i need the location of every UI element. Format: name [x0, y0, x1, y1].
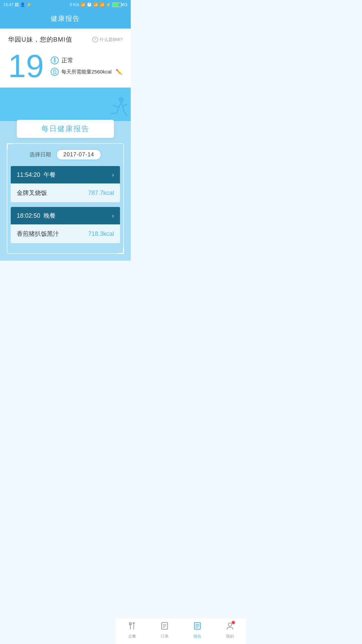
svg-rect-7: [54, 69, 55, 70]
bmi-status-row: 正常: [51, 56, 122, 64]
status-left: 15:47 🖼 👤 ⚡: [3, 2, 32, 7]
clock-icon: 🕐: [87, 2, 92, 7]
chevron-right-icon-dinner: ›: [112, 212, 114, 219]
time-display: 15:47: [3, 2, 13, 7]
svg-point-0: [54, 58, 55, 60]
svg-point-8: [119, 97, 124, 102]
person-standing-icon: [51, 56, 59, 64]
svg-line-5: [55, 61, 56, 63]
date-select-row: 选择日期 2017-07-14: [11, 149, 120, 160]
battery-energy-icon: [51, 68, 59, 76]
battery-fill: [113, 3, 119, 6]
status-bar: 15:47 🖼 👤 ⚡ 0 K/s 📶 🕐 📶 📶 ⚡ 53: [0, 0, 131, 9]
meal-content-lunch: 金牌叉烧饭 787.7kcal: [11, 183, 120, 202]
svg-line-10: [113, 105, 119, 108]
report-card: 选择日期 2017-07-14 11:54:20 午餐 › 金牌叉烧饭 787.…: [7, 143, 124, 254]
meal-header-dinner[interactable]: 18:02:50 晚餐 ›: [11, 207, 120, 224]
bmi-status-text: 正常: [61, 56, 73, 64]
page-title: 健康报告: [51, 15, 80, 22]
person-icon: 👤: [20, 2, 25, 7]
signal-icon2: 📶: [100, 2, 105, 7]
battery-level: 53: [123, 2, 127, 7]
edit-icon[interactable]: ✏️: [116, 69, 122, 75]
bmi-title-row: 华园U妹，您的BMI值 ? 什么是BMI?: [8, 35, 123, 44]
bmi-data-row: 19 正常: [8, 50, 123, 88]
running-figure-icon: [104, 95, 127, 118]
svg-line-14: [111, 113, 117, 114]
usb-icon: ⚡: [26, 2, 32, 7]
bmi-help-button[interactable]: ? 什么是BMI?: [92, 37, 123, 43]
date-label: 选择日期: [29, 151, 51, 158]
status-right: 0 K/s 📶 🕐 📶 📶 ⚡ 53: [70, 2, 127, 7]
bmi-info: 正常 每天所需能量2560kcal ✏️: [51, 56, 122, 76]
meal-header-lunch[interactable]: 11:54:20 午餐 ›: [11, 166, 120, 183]
bmi-greeting: 华园U妹，您的BMI值: [8, 35, 72, 44]
svg-line-16: [124, 112, 127, 115]
bmi-value: 19: [8, 50, 44, 82]
daily-report-title: 每日健康报告: [17, 120, 114, 138]
help-icon: ?: [92, 37, 98, 43]
svg-line-13: [117, 108, 119, 113]
meal-content-dinner: 香煎猪扒饭黑汁 718.3kcal: [11, 224, 120, 243]
meal-kcal-lunch: 787.7kcal: [88, 190, 114, 197]
date-picker[interactable]: 2017-07-14: [56, 149, 101, 160]
meal-food-dinner: 香煎猪扒饭黑汁: [17, 230, 59, 238]
svg-line-12: [123, 104, 127, 106]
network-speed: 0 K/s: [70, 2, 79, 7]
meal-block-dinner: 18:02:50 晚餐 › 香煎猪扒饭黑汁 718.3kcal: [11, 207, 120, 243]
bmi-section: 华园U妹，您的BMI值 ? 什么是BMI? 19 正常: [0, 29, 131, 88]
image-icon: 🖼: [15, 2, 19, 7]
signal-icon: 📶: [93, 2, 98, 7]
chevron-right-icon-lunch: ›: [112, 171, 114, 178]
bmi-energy-row: 每天所需能量2560kcal ✏️: [51, 68, 122, 76]
meal-block-lunch: 11:54:20 午餐 › 金牌叉烧饭 787.7kcal: [11, 166, 120, 202]
meal-kcal-dinner: 718.3kcal: [88, 230, 114, 237]
bmi-energy-text: 每天所需能量2560kcal: [61, 69, 112, 75]
arc-section: [0, 88, 131, 121]
bolt-icon: ⚡: [106, 2, 111, 7]
meal-time-lunch: 11:54:20 午餐: [17, 171, 56, 179]
sim-icon: 📶: [80, 2, 85, 7]
bmi-help-text: 什么是BMI?: [100, 37, 123, 43]
svg-line-15: [123, 106, 124, 112]
app-header: 健康报告: [0, 9, 131, 29]
daily-section: 每日健康报告 选择日期 2017-07-14 11:54:20 午餐 › 金牌叉…: [0, 121, 131, 261]
meal-food-lunch: 金牌叉烧饭: [17, 189, 47, 197]
battery-indicator: [112, 3, 122, 7]
meal-time-dinner: 18:02:50 晚餐: [17, 212, 56, 220]
